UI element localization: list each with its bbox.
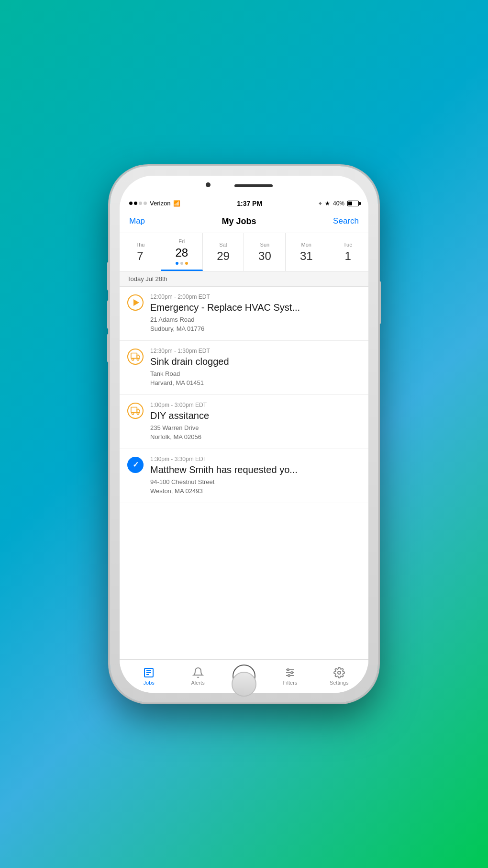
svg-point-15 (287, 669, 289, 671)
jobs-icon (143, 667, 155, 678)
nav-header: Map My Jobs Search (120, 210, 368, 233)
job-item-4[interactable]: ✓ 1:30pm - 3:30pm EDT Matthew Smith has … (120, 449, 368, 503)
svg-rect-0 (131, 353, 137, 358)
cal-day-num-sat: 29 (217, 249, 230, 263)
svg-point-17 (288, 675, 290, 676)
job-address-line2-4: Weston, MA 02493 (150, 487, 203, 495)
job-address-line2-1: Sudbury, MA 01776 (150, 325, 204, 332)
cal-day-num-mon: 31 (300, 249, 313, 263)
wifi-icon: 📶 (173, 200, 180, 207)
location-icon: ⌖ (319, 200, 322, 207)
tab-alerts[interactable]: Alerts (184, 667, 212, 686)
jobs-list: 12:00pm - 2:00pm EDT Emergency - Replace… (120, 287, 368, 659)
signal-bars (129, 202, 147, 205)
map-button[interactable]: Map (129, 216, 145, 226)
job-address-2: Tank Road Harvard, MA 01451 (150, 369, 361, 388)
cal-active-dots (176, 262, 188, 265)
tab-jobs-label: Jobs (144, 680, 155, 686)
cal-day-num-sun: 30 (258, 249, 271, 263)
signal-dot-4 (144, 202, 147, 205)
job-icon-truck-2 (127, 349, 144, 365)
camera-dot (206, 182, 211, 187)
job-item-1[interactable]: 12:00pm - 2:00pm EDT Emergency - Replace… (120, 287, 368, 341)
status-right: ⌖ ★ 40% (319, 200, 359, 207)
battery-indicator (347, 201, 359, 206)
job-content-3: 1:00pm - 3:00pm EDT DIY assitance 235 Wa… (150, 402, 361, 442)
phone-screen: Verizon 📶 1:37 PM ⌖ ★ 40% Map My Jobs Se… (120, 176, 368, 693)
calendar-strip: Thu 7 Fri 28 Sat 29 Sun 30 (120, 233, 368, 271)
job-content-1: 12:00pm - 2:00pm EDT Emergency - Replace… (150, 293, 361, 334)
job-address-line1-3: 235 Warren Drive (150, 424, 199, 431)
calendar-day-tue[interactable]: Tue 1 (327, 233, 368, 271)
play-triangle-icon (133, 299, 139, 306)
cal-day-name-sat: Sat (219, 242, 227, 248)
job-address-line1-1: 21 Adams Road (150, 316, 195, 323)
signal-dot-1 (129, 202, 133, 205)
svg-point-4 (132, 412, 134, 414)
calendar-day-sat[interactable]: Sat 29 (203, 233, 244, 271)
job-time-4: 1:30pm - 3:30pm EDT (150, 456, 361, 462)
signal-dot-2 (134, 202, 137, 205)
job-icon-truck-3 (127, 403, 144, 419)
job-icon-play (127, 294, 144, 311)
carrier-label: Verizon (150, 200, 170, 207)
cal-day-name-sun: Sun (260, 242, 270, 248)
speaker-bar (234, 184, 273, 187)
job-title-4: Matthew Smith has requested yo... (150, 464, 361, 475)
job-address-1: 21 Adams Road Sudbury, MA 01776 (150, 315, 361, 334)
job-address-4: 94-100 Chestnut Street Weston, MA 02493 (150, 477, 361, 496)
svg-point-2 (137, 358, 139, 360)
calendar-day-mon[interactable]: Mon 31 (286, 233, 327, 271)
truck-icon-2 (131, 352, 140, 361)
status-bar: Verizon 📶 1:37 PM ⌖ ★ 40% (120, 197, 368, 210)
svg-rect-3 (131, 407, 137, 412)
tab-settings[interactable]: Settings (325, 667, 354, 686)
calendar-day-fri[interactable]: Fri 28 (161, 233, 203, 271)
job-item-3[interactable]: 1:00pm - 3:00pm EDT DIY assitance 235 Wa… (120, 395, 368, 449)
job-time-2: 12:30pm - 1:30pm EDT (150, 348, 361, 354)
cal-day-num-tue: 1 (344, 249, 351, 263)
status-left: Verizon 📶 (129, 200, 180, 207)
calendar-day-sun[interactable]: Sun 30 (244, 233, 286, 271)
cal-day-num-fri: 28 (175, 246, 188, 259)
truck-icon-3 (131, 406, 140, 416)
job-address-line1-2: Tank Road (150, 370, 180, 377)
job-time-1: 12:00pm - 2:00pm EDT (150, 293, 361, 300)
status-time: 1:37 PM (237, 200, 262, 207)
svg-point-18 (338, 671, 341, 674)
job-time-3: 1:00pm - 3:00pm EDT (150, 402, 361, 408)
job-content-2: 12:30pm - 1:30pm EDT Sink drain clogged … (150, 348, 361, 388)
tab-settings-label: Settings (330, 680, 349, 686)
cal-dot-1 (176, 262, 178, 265)
cal-day-name-thu: Thu (135, 242, 144, 248)
battery-label: 40% (333, 200, 344, 207)
cal-day-name-mon: Mon (301, 242, 311, 248)
tab-filters[interactable]: Filters (276, 667, 304, 686)
tab-jobs[interactable]: Jobs (134, 667, 163, 686)
job-icon-check-4: ✓ (127, 457, 144, 473)
job-title-2: Sink drain clogged (150, 356, 361, 367)
cal-dot-2 (180, 262, 183, 265)
phone-frame: Verizon 📶 1:37 PM ⌖ ★ 40% Map My Jobs Se… (110, 166, 378, 702)
job-address-line2-2: Harvard, MA 01451 (150, 379, 204, 386)
cal-day-name-fri: Fri (178, 238, 185, 244)
tab-filters-label: Filters (283, 680, 297, 686)
cal-day-name-tue: Tue (344, 242, 353, 248)
job-address-line1-4: 94-100 Chestnut Street (150, 478, 214, 485)
calendar-day-thu[interactable]: Thu 7 (120, 233, 161, 271)
svg-point-16 (291, 672, 293, 674)
job-item-2[interactable]: 12:30pm - 1:30pm EDT Sink drain clogged … (120, 341, 368, 395)
gear-icon (333, 667, 345, 678)
filters-icon (284, 667, 296, 678)
job-address-3: 235 Warren Drive Norfolk, MA 02056 (150, 423, 361, 442)
checkmark-icon: ✓ (133, 460, 139, 469)
bell-icon (192, 667, 204, 678)
cal-day-num-thu: 7 (137, 249, 143, 263)
search-button[interactable]: Search (333, 216, 359, 226)
today-header: Today Jul 28th (120, 271, 368, 287)
battery-fill (348, 202, 352, 205)
svg-point-1 (132, 358, 134, 360)
svg-point-5 (137, 412, 139, 414)
home-button[interactable] (232, 672, 256, 697)
job-title-3: DIY assitance (150, 410, 361, 421)
